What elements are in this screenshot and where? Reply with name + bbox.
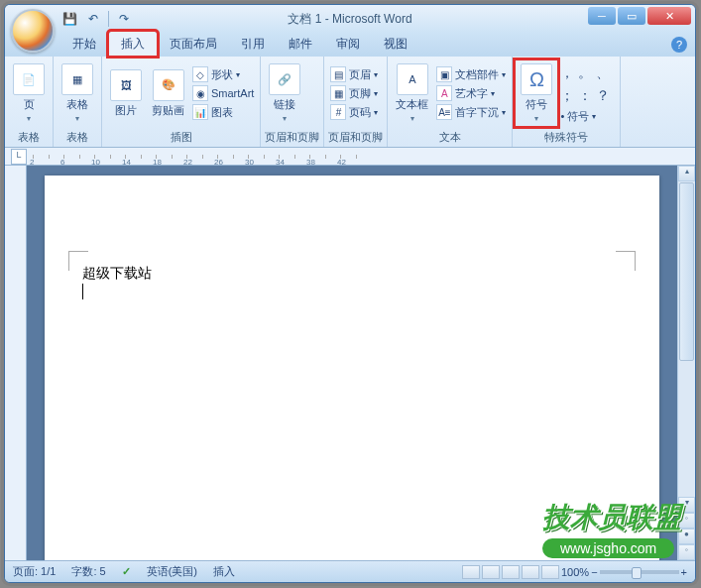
next-page-button[interactable]: ◦ — [678, 544, 695, 560]
quick-access-toolbar: 💾 ↶ ↷ — [60, 10, 133, 28]
document-text[interactable]: 超级下载站 — [82, 265, 622, 283]
zoom-in-button[interactable]: + — [681, 566, 687, 578]
page-icon: 📄 — [13, 63, 45, 95]
app-window: 💾 ↶ ↷ 文档 1 - Microsoft Word ─ ▭ ✕ 开始 插入 … — [4, 4, 696, 583]
minimize-button[interactable]: ─ — [588, 7, 616, 25]
zoom-level[interactable]: 100% — [561, 566, 589, 578]
separator — [108, 11, 109, 27]
group-label: 特殊符号 — [517, 128, 616, 147]
page-number-button[interactable]: #页码▾ — [328, 103, 380, 121]
symbol2-button[interactable]: •符号▾ — [558, 108, 616, 125]
clipart-icon: 🎨 — [153, 69, 184, 101]
header-button[interactable]: ▤页眉▾ — [328, 65, 380, 83]
maximize-button[interactable]: ▭ — [618, 7, 645, 25]
picture-icon: 🖼 — [110, 69, 142, 101]
scroll-up-button[interactable]: ▴ — [678, 166, 695, 181]
punct-stack: ，。、 ；：？ •符号▾ — [558, 62, 616, 125]
pages-button[interactable]: 📄 页▾ — [9, 61, 49, 125]
chart-icon: 📊 — [192, 104, 208, 120]
text-cursor — [82, 284, 83, 299]
punct-row[interactable]: ；：？ — [558, 85, 616, 107]
tab-references[interactable]: 引用 — [229, 32, 277, 57]
hf-stack: ▤页眉▾ ▦页脚▾ #页码▾ — [328, 65, 380, 121]
shapes-stack: ◇形状▾ ◉SmartArt 📊图表 — [190, 65, 256, 121]
group-links: 🔗 链接▾ 页眉和页脚 — [261, 57, 324, 147]
fullscreen-view[interactable] — [482, 565, 500, 579]
ribbon-tabs: 开始 插入 页面布局 引用 邮件 审阅 视图 ? — [5, 33, 695, 57]
smartart-icon: ◉ — [192, 85, 208, 101]
shapes-icon: ◇ — [192, 66, 208, 82]
redo-icon[interactable]: ↷ — [115, 10, 133, 28]
undo-icon[interactable]: ↶ — [84, 10, 102, 28]
group-pages: 📄 页▾ 表格 — [5, 57, 54, 147]
pagenum-icon: # — [330, 104, 346, 120]
tab-review[interactable]: 审阅 — [324, 32, 372, 57]
vertical-scrollbar[interactable]: ▴ ▾ ◦ ● ◦ — [677, 166, 695, 560]
punct-row[interactable]: ，。、 — [558, 62, 616, 84]
language-indicator[interactable]: 英语(美国) — [147, 564, 197, 579]
group-label: 页眉和页脚 — [265, 128, 319, 147]
clipart-button[interactable]: 🎨 剪贴画 — [148, 67, 188, 120]
group-symbols: Ω 符号▾ ，。、 ；：？ •符号▾ 特殊符号 — [513, 57, 621, 147]
wordart-button[interactable]: A艺术字▾ — [434, 84, 508, 102]
draft-view[interactable] — [541, 565, 559, 579]
page-indicator[interactable]: 页面: 1/1 — [13, 564, 56, 579]
browse-button[interactable]: ● — [678, 529, 695, 544]
table-button[interactable]: ▦ 表格▾ — [58, 61, 97, 125]
insert-mode[interactable]: 插入 — [213, 564, 235, 579]
tab-home[interactable]: 开始 — [60, 32, 108, 57]
prev-page-button[interactable]: ◦ — [678, 513, 695, 529]
outline-view[interactable] — [522, 565, 539, 579]
ribbon: 📄 页▾ 表格 ▦ 表格▾ 表格 🖼 图片 — [5, 57, 695, 148]
document-page[interactable]: 超级下载站 — [45, 176, 659, 560]
statusbar: 页面: 1/1 字数: 5 ✓ 英语(美国) 插入 100% − + — [5, 560, 695, 582]
picture-button[interactable]: 🖼 图片 — [106, 67, 146, 120]
footer-button[interactable]: ▦页脚▾ — [328, 84, 380, 102]
group-label: 页眉和页脚 — [328, 128, 383, 147]
chart-button[interactable]: 📊图表 — [190, 103, 256, 121]
link-icon: 🔗 — [269, 63, 300, 95]
quickparts-button[interactable]: ▣文档部件▾ — [434, 65, 508, 83]
tab-view[interactable]: 视图 — [372, 32, 419, 57]
office-button[interactable] — [11, 9, 55, 53]
horizontal-ruler[interactable] — [5, 148, 695, 166]
margin-corner — [68, 251, 88, 271]
dropcap-button[interactable]: A≡首字下沉▾ — [434, 103, 508, 121]
group-label: 文本 — [392, 128, 508, 147]
header-icon: ▤ — [330, 66, 346, 82]
textbox-button[interactable]: A 文本框▾ — [392, 61, 432, 125]
zoom-out-button[interactable]: − — [591, 566, 597, 578]
parts-icon: ▣ — [436, 66, 452, 82]
links-button[interactable]: 🔗 链接▾ — [265, 61, 304, 125]
scroll-down-button[interactable]: ▾ — [678, 497, 695, 513]
print-layout-view[interactable] — [462, 565, 480, 579]
group-header-footer: ▤页眉▾ ▦页脚▾ #页码▾ 页眉和页脚 — [324, 57, 388, 147]
spellcheck-icon[interactable]: ✓ — [122, 565, 131, 578]
vertical-ruler[interactable] — [5, 166, 27, 560]
shapes-button[interactable]: ◇形状▾ — [190, 65, 256, 83]
window-controls: ─ ▭ ✕ — [588, 7, 691, 25]
group-illustrations: 🖼 图片 🎨 剪贴画 ◇形状▾ ◉SmartArt 📊图表 插图 — [102, 57, 261, 147]
group-text: A 文本框▾ ▣文档部件▾ A艺术字▾ A≡首字下沉▾ 文本 — [388, 57, 513, 147]
smartart-button[interactable]: ◉SmartArt — [190, 84, 256, 102]
document-scroll[interactable]: 超级下载站 — [27, 166, 677, 560]
symbol-button[interactable]: Ω 符号▾ — [517, 61, 556, 125]
tab-insert[interactable]: 插入 — [108, 31, 158, 57]
scroll-track[interactable] — [678, 362, 695, 497]
web-layout-view[interactable] — [502, 565, 520, 579]
tab-mailings[interactable]: 邮件 — [277, 32, 324, 57]
group-label: 表格 — [9, 128, 49, 147]
close-button[interactable]: ✕ — [647, 7, 691, 25]
omega-icon: Ω — [521, 63, 552, 95]
wordart-icon: A — [436, 85, 452, 101]
tab-page-layout[interactable]: 页面布局 — [158, 32, 229, 57]
word-count[interactable]: 字数: 5 — [71, 564, 105, 579]
scroll-thumb[interactable] — [679, 182, 694, 361]
status-right: 100% − + — [462, 565, 687, 579]
help-icon[interactable]: ? — [671, 37, 687, 53]
dropcap-icon: A≡ — [436, 104, 452, 120]
save-icon[interactable]: 💾 — [60, 10, 78, 28]
group-tables-real: ▦ 表格▾ 表格 — [54, 57, 102, 147]
zoom-slider[interactable] — [600, 570, 679, 574]
group-label: 表格 — [58, 128, 97, 147]
